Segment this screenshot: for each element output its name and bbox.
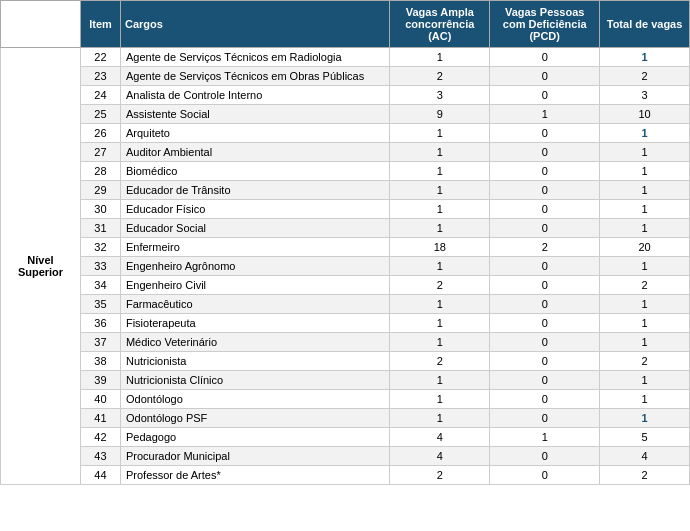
total-cell: 1 xyxy=(600,162,690,181)
ac-cell: 1 xyxy=(390,314,490,333)
cargo-cell: Educador Social xyxy=(120,219,389,238)
ac-cell: 1 xyxy=(390,181,490,200)
cargo-cell: Agente de Serviços Técnicos em Obras Púb… xyxy=(120,67,389,86)
item-cell: 29 xyxy=(80,181,120,200)
table-row: 37Médico Veterinário101 xyxy=(1,333,690,352)
item-cell: 38 xyxy=(80,352,120,371)
total-cell: 1 xyxy=(600,371,690,390)
total-cell: 1 xyxy=(600,314,690,333)
item-cell: 25 xyxy=(80,105,120,124)
table-row: Nível Superior22Agente de Serviços Técni… xyxy=(1,48,690,67)
item-cell: 37 xyxy=(80,333,120,352)
header-vagas-ac: Vagas Ampla concorrência (AC) xyxy=(390,1,490,48)
cargo-cell: Farmacêutico xyxy=(120,295,389,314)
cargo-cell: Procurador Municipal xyxy=(120,447,389,466)
ac-cell: 1 xyxy=(390,390,490,409)
cargo-cell: Odontólogo PSF xyxy=(120,409,389,428)
header-cargos: Cargos xyxy=(120,1,389,48)
item-cell: 30 xyxy=(80,200,120,219)
total-cell: 5 xyxy=(600,428,690,447)
item-cell: 36 xyxy=(80,314,120,333)
ac-cell: 1 xyxy=(390,219,490,238)
pcd-cell: 0 xyxy=(490,466,600,485)
cargo-cell: Analista de Controle Interno xyxy=(120,86,389,105)
total-cell: 1 xyxy=(600,295,690,314)
ac-cell: 1 xyxy=(390,257,490,276)
pcd-cell: 0 xyxy=(490,409,600,428)
cargo-cell: Nutricionista xyxy=(120,352,389,371)
total-cell: 2 xyxy=(600,466,690,485)
total-cell: 2 xyxy=(600,67,690,86)
ac-cell: 1 xyxy=(390,409,490,428)
item-cell: 23 xyxy=(80,67,120,86)
cargo-cell: Médico Veterinário xyxy=(120,333,389,352)
cargo-cell: Auditor Ambiental xyxy=(120,143,389,162)
cargo-cell: Enfermeiro xyxy=(120,238,389,257)
pcd-cell: 0 xyxy=(490,352,600,371)
pcd-cell: 0 xyxy=(490,124,600,143)
item-cell: 39 xyxy=(80,371,120,390)
header-total: Total de vagas xyxy=(600,1,690,48)
ac-cell: 1 xyxy=(390,48,490,67)
ac-cell: 3 xyxy=(390,86,490,105)
table-row: 28Biomédico101 xyxy=(1,162,690,181)
ac-cell: 18 xyxy=(390,238,490,257)
table-row: 39Nutricionista Clínico101 xyxy=(1,371,690,390)
cargo-cell: Odontólogo xyxy=(120,390,389,409)
pcd-cell: 0 xyxy=(490,67,600,86)
cargo-cell: Professor de Artes* xyxy=(120,466,389,485)
total-cell: 2 xyxy=(600,352,690,371)
total-cell: 3 xyxy=(600,86,690,105)
ac-cell: 1 xyxy=(390,371,490,390)
table-row: 27Auditor Ambiental101 xyxy=(1,143,690,162)
table-row: 44Professor de Artes*202 xyxy=(1,466,690,485)
header-item: Item xyxy=(80,1,120,48)
pcd-cell: 1 xyxy=(490,105,600,124)
cargo-cell: Pedagogo xyxy=(120,428,389,447)
table-row: 38Nutricionista202 xyxy=(1,352,690,371)
total-cell: 1 xyxy=(600,48,690,67)
table-row: 24Analista de Controle Interno303 xyxy=(1,86,690,105)
cargo-cell: Arquiteto xyxy=(120,124,389,143)
cargo-cell: Educador Físico xyxy=(120,200,389,219)
pcd-cell: 0 xyxy=(490,219,600,238)
pcd-cell: 0 xyxy=(490,371,600,390)
cargo-cell: Fisioterapeuta xyxy=(120,314,389,333)
total-cell: 1 xyxy=(600,200,690,219)
total-cell: 1 xyxy=(600,219,690,238)
ac-cell: 1 xyxy=(390,200,490,219)
pcd-cell: 0 xyxy=(490,162,600,181)
total-cell: 1 xyxy=(600,390,690,409)
item-cell: 42 xyxy=(80,428,120,447)
item-cell: 41 xyxy=(80,409,120,428)
total-cell: 10 xyxy=(600,105,690,124)
ac-cell: 1 xyxy=(390,162,490,181)
cargo-cell: Agente de Serviços Técnicos em Radiologi… xyxy=(120,48,389,67)
pcd-cell: 0 xyxy=(490,295,600,314)
item-cell: 32 xyxy=(80,238,120,257)
pcd-cell: 0 xyxy=(490,276,600,295)
item-cell: 24 xyxy=(80,86,120,105)
ac-cell: 1 xyxy=(390,124,490,143)
vagas-table: Escolaridade Item Cargos Vagas Ampla con… xyxy=(0,0,690,485)
cargo-cell: Engenheiro Civil xyxy=(120,276,389,295)
ac-cell: 2 xyxy=(390,276,490,295)
table-row: 34Engenheiro Civil202 xyxy=(1,276,690,295)
item-cell: 35 xyxy=(80,295,120,314)
pcd-cell: 0 xyxy=(490,143,600,162)
table-row: 26Arquiteto101 xyxy=(1,124,690,143)
item-cell: 33 xyxy=(80,257,120,276)
total-cell: 4 xyxy=(600,447,690,466)
table-row: 33Engenheiro Agrônomo101 xyxy=(1,257,690,276)
ac-cell: 1 xyxy=(390,295,490,314)
total-cell: 1 xyxy=(600,257,690,276)
total-cell: 1 xyxy=(600,333,690,352)
pcd-cell: 0 xyxy=(490,447,600,466)
cargo-cell: Biomédico xyxy=(120,162,389,181)
item-cell: 27 xyxy=(80,143,120,162)
table-row: 35Farmacêutico101 xyxy=(1,295,690,314)
pcd-cell: 0 xyxy=(490,257,600,276)
pcd-cell: 2 xyxy=(490,238,600,257)
table-row: 42Pedagogo415 xyxy=(1,428,690,447)
ac-cell: 4 xyxy=(390,428,490,447)
